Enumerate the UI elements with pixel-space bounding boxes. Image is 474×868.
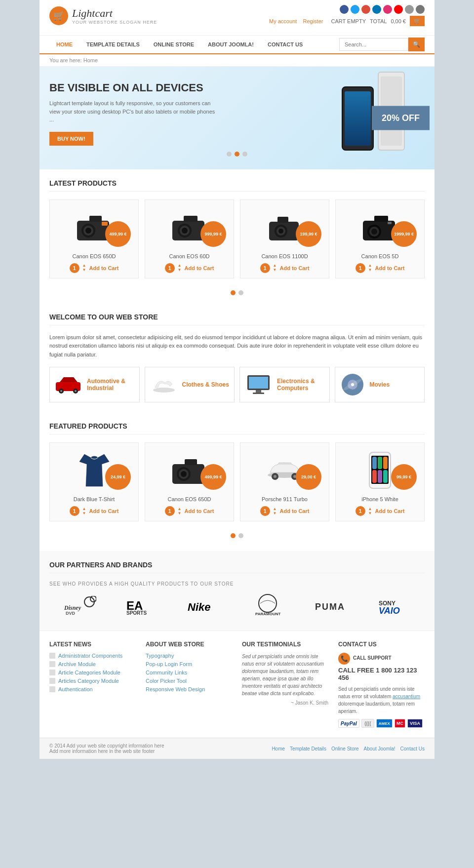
qty-down-1[interactable]: ▼ — [82, 268, 86, 272]
footer-news-link-4[interactable]: Articles Category Module — [49, 678, 136, 684]
footer-news-link-3[interactable]: Article Categories Module — [49, 670, 136, 675]
category-clothes[interactable]: Clothes & Shoes — [145, 367, 235, 402]
contact-link[interactable]: accusantium — [393, 694, 420, 699]
search-button[interactable]: 🔍 — [408, 38, 425, 51]
add-to-cart-1[interactable]: Add to Cart — [89, 265, 119, 271]
welcome-title: WELCOME TO OUR WEB STORE — [49, 313, 425, 325]
google-icon[interactable] — [361, 5, 370, 14]
footer-about-link-3[interactable]: Community Links — [146, 670, 232, 675]
footer-news-link-5[interactable]: Authentication — [49, 686, 136, 692]
featured-qty-up-4[interactable]: ▲ — [368, 507, 372, 511]
youtube-icon[interactable] — [394, 5, 403, 14]
register-link[interactable]: Register — [303, 18, 323, 24]
category-electronics[interactable]: Electronics &Computers — [239, 367, 330, 402]
footer-about-link-5[interactable]: Responsive Web Design — [146, 686, 232, 692]
footer-contact-title: CONTACT US — [338, 641, 425, 648]
category-movies[interactable]: Movies — [335, 367, 425, 402]
svg-text:PARAMOUNT: PARAMOUNT — [255, 612, 281, 616]
paypal-icon: PayPal — [338, 719, 359, 728]
nav-home[interactable]: HOME — [49, 36, 79, 53]
instagram-icon[interactable] — [383, 5, 392, 14]
featured-card-1: 24,99 € Dark Blue T-Shirt 1 ▲ ▼ Add to C… — [49, 442, 139, 521]
hero-dot-2[interactable] — [235, 152, 239, 157]
qty-down-4[interactable]: ▼ — [368, 268, 372, 272]
qty-up-1[interactable]: ▲ — [82, 264, 86, 268]
support-label: CALL SUPPORT — [353, 655, 392, 661]
hero-dot-1[interactable] — [227, 152, 232, 157]
qty-down-3[interactable]: ▼ — [273, 268, 277, 272]
nav-contact[interactable]: CONTACT US — [261, 36, 310, 53]
product-name-2: Canon EOS 60D — [150, 253, 229, 259]
featured-qty-up-2[interactable]: ▲ — [178, 507, 182, 511]
footer-bottom: © 2014 Add your web site copyright infor… — [40, 738, 434, 759]
footer-nav-joomla[interactable]: About Joomla! — [364, 746, 395, 751]
qty-up-2[interactable]: ▲ — [178, 264, 182, 268]
footer-about-link-2[interactable]: Pop-up Login Form — [146, 661, 232, 667]
facebook-icon[interactable] — [340, 5, 349, 14]
footer-nav-store[interactable]: Online Store — [331, 746, 359, 751]
footer-news-link-2[interactable]: Archive Module — [49, 661, 136, 667]
featured-price-1: 24,99 € — [105, 464, 131, 490]
featured-add-cart-1[interactable]: Add to Cart — [89, 508, 119, 514]
hero-dot-3[interactable] — [242, 152, 247, 157]
featured-products-section: FEATURED PRODUCTS 24,99 € Dark Blue T-Sh… — [40, 412, 434, 551]
partners-subtitle: SEE WHO PROVIDES A HIGH QUALITY PRODUCTS… — [49, 581, 425, 587]
add-to-cart-4[interactable]: Add to Cart — [375, 265, 405, 271]
featured-qty-down-3[interactable]: ▼ — [273, 512, 277, 515]
product-image-1: 499,99 € — [55, 205, 133, 249]
buy-now-button[interactable]: BUY NOW! — [49, 132, 93, 146]
account-links: My account Register — [269, 18, 323, 24]
linkedin-icon[interactable] — [372, 5, 381, 14]
my-account-link[interactable]: My account — [269, 18, 297, 24]
product-dot-1[interactable] — [231, 290, 236, 295]
featured-qty-down-2[interactable]: ▼ — [178, 512, 182, 515]
product-card-1: 499,99 € Canon EOS 650D 1 ▲ ▼ Add to Car… — [49, 199, 139, 278]
brand-puma: PUMA — [314, 596, 349, 618]
footer-about-link-1[interactable]: Typography — [146, 653, 232, 659]
app-5 — [378, 470, 382, 483]
featured-card-4: 99,99 € iPhone 5 White 1 ▲ ▼ Add to Cart — [335, 442, 425, 521]
footer-nav-home[interactable]: Home — [272, 746, 285, 751]
testimonial-author: ~ Jason K. Smith — [242, 700, 328, 706]
mail-icon[interactable] — [416, 5, 425, 14]
featured-qty-down-1[interactable]: ▼ — [82, 512, 86, 515]
search-input[interactable] — [339, 38, 408, 51]
nav-template[interactable]: TEMPLATE DETAILS — [79, 36, 147, 53]
qty-up-3[interactable]: ▲ — [273, 264, 277, 268]
featured-add-cart-2[interactable]: Add to Cart — [185, 508, 214, 514]
footer-nav-template[interactable]: Template Details — [290, 746, 326, 751]
qty-up-4[interactable]: ▲ — [368, 264, 372, 268]
featured-add-cart-4[interactable]: Add to Cart — [375, 508, 405, 514]
qty-down-2[interactable]: ▼ — [178, 268, 182, 272]
iphone-shape — [369, 452, 391, 489]
featured-image-1: 24,99 € — [55, 448, 133, 492]
svg-rect-12 — [277, 217, 288, 223]
hero-content: BE VISIBLE ON ALL DEVICES Lightcart temp… — [49, 81, 218, 146]
product-card-2: 999,99 € Canon EOS 60D 1 ▲ ▼ Add to Cart — [145, 199, 234, 278]
featured-dot-2[interactable] — [238, 533, 243, 538]
featured-qty-up-3[interactable]: ▲ — [273, 507, 277, 511]
category-automotive[interactable]: Automotive &Industrial — [49, 367, 140, 402]
news-icon-1 — [49, 653, 55, 659]
featured-qty-up-1[interactable]: ▲ — [82, 507, 86, 511]
twitter-icon[interactable] — [351, 5, 359, 14]
footer-about-link-4[interactable]: Color Picker Tool — [146, 678, 232, 684]
footer-news-link-1[interactable]: Administrator Components — [49, 653, 136, 659]
svg-text:Nike: Nike — [188, 601, 210, 613]
featured-cart-row-1: 1 ▲ ▼ Add to Cart — [55, 506, 133, 516]
rss-icon[interactable] — [405, 5, 414, 14]
featured-qty-down-4[interactable]: ▼ — [368, 512, 372, 515]
featured-name-1: Dark Blue T-Shirt — [55, 496, 133, 502]
add-to-cart-2[interactable]: Add to Cart — [185, 265, 214, 271]
featured-dot-1[interactable] — [231, 533, 236, 538]
cart-button[interactable]: 🛒 — [410, 16, 425, 26]
footer-nav-contact[interactable]: Contact Us — [400, 746, 425, 751]
nav-store[interactable]: ONLINE STORE — [147, 36, 201, 53]
product-dot-2[interactable] — [238, 290, 243, 295]
svg-rect-17 — [374, 216, 388, 222]
qty-number-1: 1 — [70, 263, 79, 273]
discount-badge: 20% OFF — [372, 106, 430, 130]
featured-add-cart-3[interactable]: Add to Cart — [280, 508, 310, 514]
nav-joomla[interactable]: ABOUT JOOMLA! — [201, 36, 261, 53]
add-to-cart-3[interactable]: Add to Cart — [280, 265, 310, 271]
